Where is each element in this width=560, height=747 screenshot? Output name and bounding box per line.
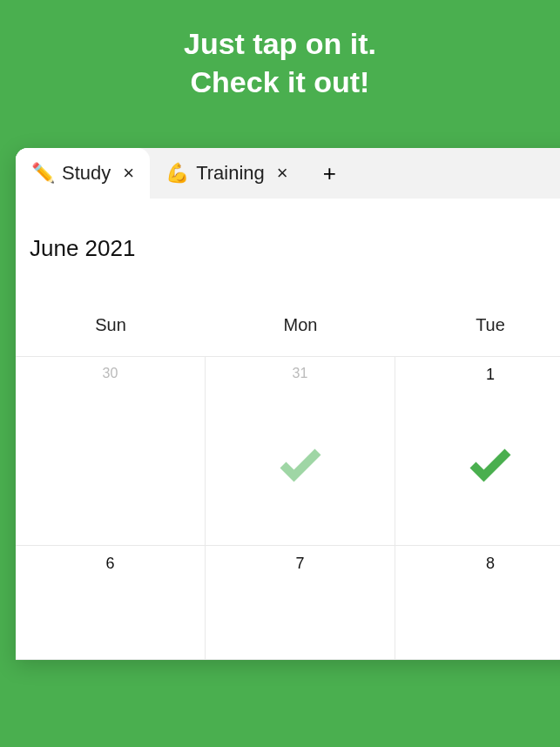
tab-label: Training [196, 162, 265, 185]
day-number: 1 [395, 366, 560, 384]
day-7[interactable]: 7 [206, 546, 395, 660]
day-number: 7 [206, 555, 395, 573]
muscle-icon: 💪 [165, 162, 189, 185]
add-tab-button[interactable]: + [304, 148, 355, 199]
calendar-card: ✏️ Study × 💪 Training × + June 2021 Sun … [16, 148, 560, 660]
day-8[interactable]: 8 [395, 546, 560, 660]
dow-sun: Sun [16, 293, 206, 357]
plus-icon: + [323, 160, 336, 187]
calendar-grid: Sun Mon Tue 30 31 1 6 7 8 [16, 293, 560, 660]
tab-label: Study [62, 162, 111, 185]
check-icon [274, 440, 327, 492]
hero-line-1: Just tap on it. [0, 24, 560, 63]
dow-mon: Mon [206, 293, 395, 357]
pencil-icon: ✏️ [31, 162, 55, 185]
dow-tue: Tue [395, 293, 560, 357]
month-title: June 2021 [16, 199, 560, 293]
tab-training[interactable]: 💪 Training × [150, 148, 304, 199]
hero-line-2: Check it out! [0, 63, 560, 101]
hero-headline: Just tap on it. Check it out! [0, 0, 560, 136]
day-number: 31 [206, 366, 395, 381]
tab-study[interactable]: ✏️ Study × [16, 148, 150, 199]
check-icon [464, 440, 516, 492]
close-icon[interactable]: × [277, 162, 288, 185]
day-31-prev[interactable]: 31 [206, 357, 395, 546]
day-6[interactable]: 6 [16, 546, 206, 660]
day-number: 8 [395, 555, 560, 573]
day-1[interactable]: 1 [395, 357, 560, 546]
close-icon[interactable]: × [123, 162, 134, 185]
day-30-prev[interactable]: 30 [16, 357, 206, 546]
day-number: 6 [16, 555, 205, 573]
tab-bar: ✏️ Study × 💪 Training × + [16, 148, 560, 199]
day-number: 30 [16, 366, 205, 381]
